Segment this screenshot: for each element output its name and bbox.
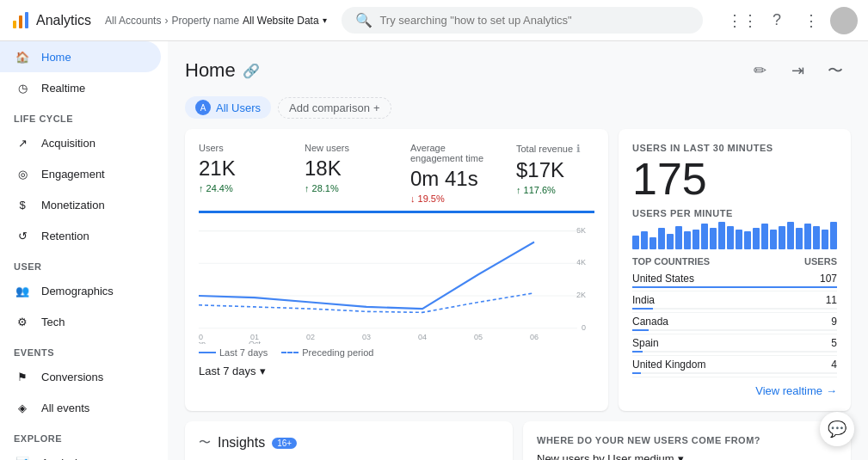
account-selector[interactable]: All Website Data ▾	[243, 15, 326, 27]
mini-bar	[701, 224, 708, 249]
view-realtime-label: View realtime	[755, 384, 822, 397]
time-range-selector[interactable]: Last 7 days ▾	[199, 365, 594, 377]
share-button[interactable]: ⇥	[782, 55, 813, 86]
mini-bar	[770, 230, 777, 249]
breadcrumb-sep: ›	[164, 15, 168, 27]
mini-bar	[718, 222, 725, 249]
help-button[interactable]: ?	[761, 5, 792, 36]
countries-list: United States 107 India 11 C	[632, 270, 837, 377]
country-name: Canada	[632, 316, 668, 328]
sidebar-item-tech[interactable]: ⚙ Tech	[0, 306, 161, 337]
page-title: Home 🔗	[185, 59, 260, 82]
sidebar-label-conversions: Conversions	[41, 371, 103, 383]
main-layout: 🏠 Home ◷ Realtime LIFE CYCLE ↗ Acquisiti…	[0, 41, 868, 460]
insights-card-header: 〜 Insights 16+	[199, 435, 499, 451]
mini-bar	[710, 228, 717, 249]
user-avatar[interactable]	[830, 7, 858, 34]
legend-solid-line	[199, 352, 216, 353]
sidebar-item-realtime[interactable]: ◷ Realtime	[0, 72, 161, 103]
mini-bar	[632, 236, 639, 249]
country-name: India	[632, 294, 655, 306]
metrics-row: Users 21K ↑ 24.4% New users 18K ↑ 28.1%	[199, 143, 594, 213]
info-icon[interactable]: ℹ	[576, 143, 581, 155]
stats-area: Users 21K ↑ 24.4% New users 18K ↑ 28.1%	[168, 129, 868, 421]
metric-new-users: New users 18K ↑ 28.1%	[305, 143, 383, 204]
users-per-min-label: USERS PER MINUTE	[632, 208, 837, 218]
svg-text:4K: 4K	[576, 258, 587, 267]
metric-new-users-change: ↑ 28.1%	[305, 183, 383, 193]
svg-text:03: 03	[362, 332, 371, 340]
section-lifecycle: LIFE CYCLE	[0, 103, 168, 127]
mini-bar	[779, 226, 785, 249]
realtime-number: 175	[632, 156, 837, 201]
sidebar-item-all-events[interactable]: ◈ All events	[0, 392, 161, 423]
svg-rect-0	[13, 21, 16, 28]
metric-revenue-label: Total revenue ℹ	[516, 143, 594, 155]
sidebar-label-realtime: Realtime	[41, 82, 85, 95]
add-icon: +	[373, 101, 380, 114]
mini-bar	[744, 231, 751, 249]
search-input[interactable]	[379, 14, 689, 27]
edit-button[interactable]: ✏	[744, 55, 775, 86]
page-header: Home 🔗 ✏ ⇥ 〜	[168, 41, 868, 93]
legend-preceding-label: Preceding period	[302, 347, 373, 358]
add-comparison-button[interactable]: Add comparison +	[278, 97, 391, 119]
svg-text:02: 02	[306, 332, 315, 340]
more-options-button[interactable]: ⋮	[796, 5, 827, 36]
country-users: 107	[820, 273, 837, 285]
logo[interactable]: Analytics	[10, 10, 91, 31]
country-users: 5	[831, 337, 837, 349]
chat-fab[interactable]: 💬	[820, 412, 854, 446]
country-row: United Kingdom 4	[632, 356, 837, 377]
mini-bar	[675, 226, 682, 249]
users-header-label: USERS	[804, 256, 837, 267]
home-icon: 🏠	[14, 48, 31, 65]
country-bar	[632, 372, 641, 374]
sidebar-label-demographics: Demographics	[41, 285, 114, 297]
topbar-actions: ⋮⋮ ? ⋮	[727, 5, 858, 36]
sidebar-item-demographics[interactable]: 👥 Demographics	[0, 275, 161, 306]
metric-users-change: ↑ 24.4%	[199, 183, 277, 193]
sidebar-item-home[interactable]: 🏠 Home	[0, 41, 161, 72]
retention-icon: ↺	[14, 227, 31, 244]
mini-bar	[830, 222, 837, 249]
topbar: Analytics All Accounts › Property name A…	[0, 0, 868, 41]
sidebar-item-conversions[interactable]: ⚑ Conversions	[0, 361, 161, 392]
svg-text:2K: 2K	[576, 291, 587, 299]
all-events-icon: ◈	[14, 399, 31, 416]
legend-last7: Last 7 days	[199, 347, 268, 358]
countries-header: TOP COUNTRIES USERS	[632, 256, 837, 267]
search-box[interactable]: 🔍	[342, 7, 703, 34]
time-range-label: Last 7 days	[199, 365, 256, 377]
sidebar-label-analysis: Analysis	[41, 457, 83, 461]
legend-dashed-line	[281, 352, 299, 353]
sidebar-label-engagement: Engagement	[41, 168, 105, 181]
sidebar-item-acquisition[interactable]: ↗ Acquisition	[0, 127, 161, 158]
country-name: United Kingdom	[632, 359, 705, 371]
new-users-dropdown[interactable]: New users by User medium ▾	[537, 452, 684, 460]
home-link-icon[interactable]: 🔗	[243, 63, 260, 79]
mini-bar	[761, 224, 768, 249]
analysis-icon: 📊	[14, 454, 31, 460]
insights-button[interactable]: 〜	[820, 55, 851, 86]
breadcrumb-property[interactable]: Property name	[171, 15, 239, 27]
sidebar-item-engagement[interactable]: ◎ Engagement	[0, 158, 161, 189]
sidebar-label-home: Home	[41, 51, 71, 64]
country-name: Spain	[632, 337, 659, 349]
mini-bars	[632, 222, 837, 249]
sidebar-item-analysis[interactable]: 📊 Analysis	[0, 447, 161, 460]
sidebar: 🏠 Home ◷ Realtime LIFE CYCLE ↗ Acquisiti…	[0, 41, 168, 460]
all-users-button[interactable]: A All Users	[185, 96, 271, 119]
view-realtime-link[interactable]: View realtime →	[632, 384, 837, 397]
breadcrumb-all-accounts[interactable]: All Accounts	[105, 15, 161, 27]
mini-bar	[804, 224, 811, 249]
demographics-icon: 👥	[14, 282, 31, 299]
sidebar-item-monetization[interactable]: $ Monetization	[0, 189, 161, 220]
insights-badge: 16+	[272, 438, 297, 449]
apps-button[interactable]: ⋮⋮	[727, 5, 758, 36]
sidebar-item-retention[interactable]: ↺ Retention	[0, 220, 161, 251]
clock-icon: ◷	[14, 79, 31, 96]
country-bar	[632, 308, 653, 310]
country-users: 9	[831, 316, 837, 328]
metric-revenue-change: ↑ 117.6%	[516, 185, 594, 195]
